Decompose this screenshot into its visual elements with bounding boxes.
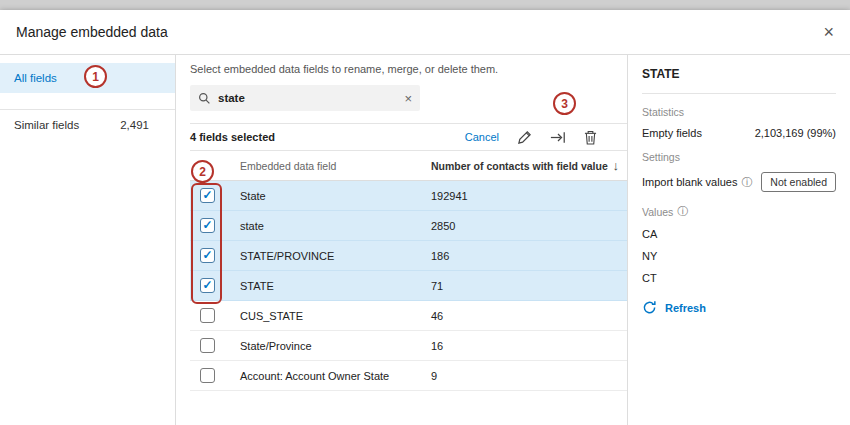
- sidebar-item-similar-fields[interactable]: Similar fields 2,491: [0, 110, 175, 140]
- annotation-step-1: 1: [84, 65, 107, 88]
- table-row[interactable]: State 192941: [190, 181, 627, 211]
- manage-embedded-data-dialog: Manage embedded data × All fields Simila…: [0, 10, 850, 425]
- field-name: State: [240, 190, 431, 202]
- value-item: NY: [642, 250, 836, 262]
- row-checkbox[interactable]: [200, 338, 215, 353]
- cancel-button[interactable]: Cancel: [465, 131, 499, 143]
- sort-descending-icon[interactable]: ↓: [613, 158, 620, 173]
- search-icon: [198, 92, 211, 105]
- field-count: 192941: [431, 190, 627, 202]
- sidebar: All fields Similar fields 2,491: [0, 55, 176, 425]
- column-header-count: Number of contacts with field value ↓: [431, 158, 627, 173]
- similar-fields-label: Similar fields: [14, 119, 79, 131]
- column-header-count-label: Number of contacts with field value: [431, 160, 608, 172]
- details-panel: STATE Statistics Empty fields 2,103,169 …: [628, 55, 850, 425]
- refresh-button[interactable]: Refresh: [642, 300, 836, 315]
- refresh-label: Refresh: [665, 302, 706, 314]
- merge-icon[interactable]: [550, 130, 566, 145]
- details-divider: [642, 93, 836, 94]
- field-count: 71: [431, 280, 627, 292]
- close-icon[interactable]: ×: [823, 23, 834, 41]
- selected-count-label: 4 fields selected: [190, 131, 275, 143]
- field-name: State/Province: [240, 340, 431, 352]
- field-count: 46: [431, 310, 627, 322]
- edit-icon[interactable]: [517, 130, 532, 145]
- row-checkbox[interactable]: [200, 308, 215, 323]
- field-name: STATE: [240, 280, 431, 292]
- empty-fields-row: Empty fields 2,103,169 (99%): [642, 127, 836, 139]
- annotation-step-3: 3: [553, 92, 576, 115]
- table-row[interactable]: state 2850: [190, 211, 627, 241]
- empty-fields-label: Empty fields: [642, 127, 702, 139]
- field-count: 9: [431, 370, 627, 382]
- screen: Manage embedded data × All fields Simila…: [0, 0, 850, 425]
- checkbox-cell: [190, 368, 240, 383]
- field-count: 16: [431, 340, 627, 352]
- dialog-header: Manage embedded data ×: [0, 10, 850, 55]
- search-box[interactable]: ×: [190, 85, 420, 111]
- similar-fields-count: 2,491: [120, 119, 149, 131]
- row-checkbox[interactable]: [200, 278, 215, 293]
- checkbox-cell: [190, 278, 240, 293]
- field-name: Account: Account Owner State: [240, 370, 431, 382]
- info-icon[interactable]: ⓘ: [741, 175, 752, 190]
- dialog-title: Manage embedded data: [16, 24, 168, 40]
- table-row[interactable]: Account: Account Owner State 9: [190, 361, 627, 391]
- value-item: CT: [642, 272, 836, 284]
- import-blank-values-label: Import blank values: [642, 176, 737, 188]
- instruction-text: Select embedded data fields to rename, m…: [190, 63, 627, 75]
- dialog-body: All fields Similar fields 2,491 Select e…: [0, 55, 850, 425]
- info-icon[interactable]: ⓘ: [677, 204, 688, 219]
- row-checkbox[interactable]: [200, 218, 215, 233]
- details-title: STATE: [642, 67, 836, 81]
- table-row[interactable]: STATE 71: [190, 271, 627, 301]
- settings-section-label: Settings: [642, 151, 836, 163]
- row-checkbox[interactable]: [200, 368, 215, 383]
- field-count: 2850: [431, 220, 627, 232]
- row-checkbox[interactable]: [200, 248, 215, 263]
- annotation-step-2: 2: [191, 160, 214, 183]
- column-header-field: Embedded data field: [240, 160, 431, 172]
- checkbox-cell: [190, 218, 240, 233]
- table-row[interactable]: State/Province 16: [190, 331, 627, 361]
- field-name: STATE/PROVINCE: [240, 250, 431, 262]
- values-label: Values: [642, 206, 673, 218]
- table-header: Embedded data field Number of contacts w…: [190, 151, 627, 181]
- field-name: CUS_STATE: [240, 310, 431, 322]
- toolbar-actions: Cancel: [465, 130, 597, 145]
- values-section-label: Values ⓘ: [642, 204, 836, 219]
- empty-fields-value: 2,103,169 (99%): [755, 127, 836, 139]
- table-row[interactable]: CUS_STATE 46: [190, 301, 627, 331]
- not-enabled-button[interactable]: Not enabled: [761, 172, 836, 192]
- checkbox-cell: [190, 188, 240, 203]
- checkbox-cell: [190, 338, 240, 353]
- all-fields-label: All fields: [14, 72, 57, 84]
- search-clear-icon[interactable]: ×: [404, 92, 412, 105]
- search-input[interactable]: [218, 92, 397, 104]
- field-count: 186: [431, 250, 627, 262]
- checkbox-cell: [190, 248, 240, 263]
- checkbox-cell: [190, 308, 240, 323]
- row-checkbox[interactable]: [200, 188, 215, 203]
- field-name: state: [240, 220, 431, 232]
- selection-toolbar: 4 fields selected Cancel: [190, 123, 627, 151]
- import-blank-values-row: Import blank values ⓘ Not enabled: [642, 172, 836, 192]
- value-item: CA: [642, 228, 836, 240]
- refresh-icon: [642, 300, 657, 315]
- delete-icon[interactable]: [584, 130, 597, 145]
- statistics-section-label: Statistics: [642, 106, 836, 118]
- table-row[interactable]: STATE/PROVINCE 186: [190, 241, 627, 271]
